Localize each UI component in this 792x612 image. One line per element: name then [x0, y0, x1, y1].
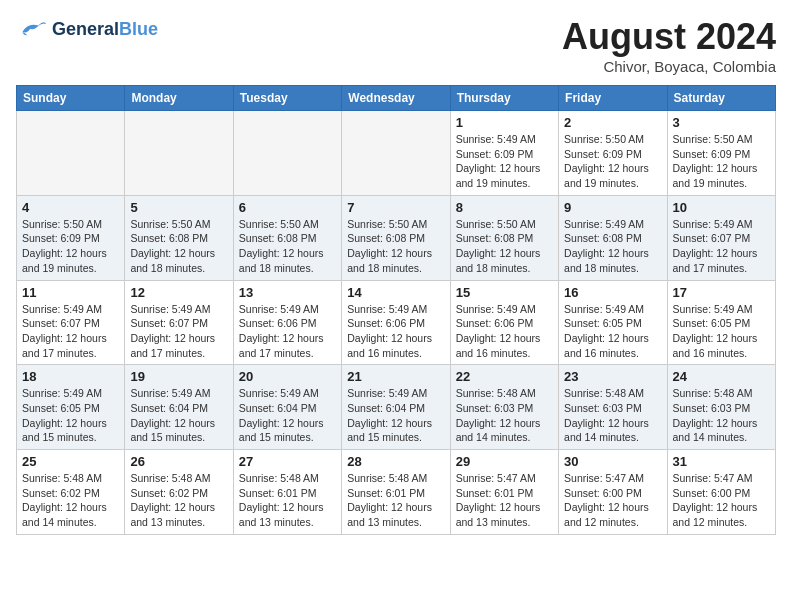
- day-number: 27: [239, 454, 336, 469]
- day-number: 30: [564, 454, 661, 469]
- day-number: 20: [239, 369, 336, 384]
- logo: GeneralBlue: [16, 16, 158, 44]
- calendar-cell: 29Sunrise: 5:47 AMSunset: 6:01 PMDayligh…: [450, 450, 558, 535]
- day-info: Sunrise: 5:49 AMSunset: 6:04 PMDaylight:…: [347, 386, 444, 445]
- day-info: Sunrise: 5:50 AMSunset: 6:08 PMDaylight:…: [347, 217, 444, 276]
- calendar-cell: 9Sunrise: 5:49 AMSunset: 6:08 PMDaylight…: [559, 195, 667, 280]
- day-info: Sunrise: 5:47 AMSunset: 6:00 PMDaylight:…: [564, 471, 661, 530]
- day-number: 28: [347, 454, 444, 469]
- calendar-cell: 8Sunrise: 5:50 AMSunset: 6:08 PMDaylight…: [450, 195, 558, 280]
- calendar-cell: 14Sunrise: 5:49 AMSunset: 6:06 PMDayligh…: [342, 280, 450, 365]
- calendar-cell: 5Sunrise: 5:50 AMSunset: 6:08 PMDaylight…: [125, 195, 233, 280]
- calendar-cell: 19Sunrise: 5:49 AMSunset: 6:04 PMDayligh…: [125, 365, 233, 450]
- weekday-header-monday: Monday: [125, 86, 233, 111]
- day-number: 4: [22, 200, 119, 215]
- day-info: Sunrise: 5:48 AMSunset: 6:01 PMDaylight:…: [347, 471, 444, 530]
- calendar-cell: 11Sunrise: 5:49 AMSunset: 6:07 PMDayligh…: [17, 280, 125, 365]
- calendar-week-row: 25Sunrise: 5:48 AMSunset: 6:02 PMDayligh…: [17, 450, 776, 535]
- calendar-cell: [342, 111, 450, 196]
- day-number: 14: [347, 285, 444, 300]
- calendar-cell: 24Sunrise: 5:48 AMSunset: 6:03 PMDayligh…: [667, 365, 775, 450]
- day-number: 21: [347, 369, 444, 384]
- day-info: Sunrise: 5:49 AMSunset: 6:05 PMDaylight:…: [22, 386, 119, 445]
- day-number: 7: [347, 200, 444, 215]
- day-info: Sunrise: 5:49 AMSunset: 6:06 PMDaylight:…: [456, 302, 553, 361]
- day-number: 31: [673, 454, 770, 469]
- day-info: Sunrise: 5:49 AMSunset: 6:05 PMDaylight:…: [564, 302, 661, 361]
- calendar-week-row: 11Sunrise: 5:49 AMSunset: 6:07 PMDayligh…: [17, 280, 776, 365]
- calendar-cell: 26Sunrise: 5:48 AMSunset: 6:02 PMDayligh…: [125, 450, 233, 535]
- day-info: Sunrise: 5:49 AMSunset: 6:07 PMDaylight:…: [130, 302, 227, 361]
- calendar-cell: 17Sunrise: 5:49 AMSunset: 6:05 PMDayligh…: [667, 280, 775, 365]
- calendar-cell: 15Sunrise: 5:49 AMSunset: 6:06 PMDayligh…: [450, 280, 558, 365]
- day-number: 1: [456, 115, 553, 130]
- calendar-cell: 21Sunrise: 5:49 AMSunset: 6:04 PMDayligh…: [342, 365, 450, 450]
- location: Chivor, Boyaca, Colombia: [562, 58, 776, 75]
- calendar-cell: 18Sunrise: 5:49 AMSunset: 6:05 PMDayligh…: [17, 365, 125, 450]
- calendar-cell: 20Sunrise: 5:49 AMSunset: 6:04 PMDayligh…: [233, 365, 341, 450]
- day-info: Sunrise: 5:47 AMSunset: 6:00 PMDaylight:…: [673, 471, 770, 530]
- day-number: 5: [130, 200, 227, 215]
- day-info: Sunrise: 5:49 AMSunset: 6:07 PMDaylight:…: [673, 217, 770, 276]
- logo-icon: [16, 16, 48, 44]
- day-number: 24: [673, 369, 770, 384]
- day-info: Sunrise: 5:49 AMSunset: 6:04 PMDaylight:…: [130, 386, 227, 445]
- calendar-cell: 12Sunrise: 5:49 AMSunset: 6:07 PMDayligh…: [125, 280, 233, 365]
- day-number: 3: [673, 115, 770, 130]
- day-number: 23: [564, 369, 661, 384]
- day-info: Sunrise: 5:48 AMSunset: 6:03 PMDaylight:…: [456, 386, 553, 445]
- day-number: 22: [456, 369, 553, 384]
- calendar-cell: 2Sunrise: 5:50 AMSunset: 6:09 PMDaylight…: [559, 111, 667, 196]
- day-info: Sunrise: 5:49 AMSunset: 6:07 PMDaylight:…: [22, 302, 119, 361]
- day-number: 6: [239, 200, 336, 215]
- calendar-cell: 25Sunrise: 5:48 AMSunset: 6:02 PMDayligh…: [17, 450, 125, 535]
- calendar-cell: 3Sunrise: 5:50 AMSunset: 6:09 PMDaylight…: [667, 111, 775, 196]
- calendar-cell: 1Sunrise: 5:49 AMSunset: 6:09 PMDaylight…: [450, 111, 558, 196]
- day-info: Sunrise: 5:49 AMSunset: 6:09 PMDaylight:…: [456, 132, 553, 191]
- day-number: 13: [239, 285, 336, 300]
- calendar-cell: [125, 111, 233, 196]
- title-block: August 2024 Chivor, Boyaca, Colombia: [562, 16, 776, 75]
- day-info: Sunrise: 5:50 AMSunset: 6:08 PMDaylight:…: [239, 217, 336, 276]
- calendar-cell: [17, 111, 125, 196]
- weekday-header-thursday: Thursday: [450, 86, 558, 111]
- day-number: 19: [130, 369, 227, 384]
- weekday-header-sunday: Sunday: [17, 86, 125, 111]
- calendar-week-row: 4Sunrise: 5:50 AMSunset: 6:09 PMDaylight…: [17, 195, 776, 280]
- day-info: Sunrise: 5:50 AMSunset: 6:08 PMDaylight:…: [456, 217, 553, 276]
- calendar-week-row: 1Sunrise: 5:49 AMSunset: 6:09 PMDaylight…: [17, 111, 776, 196]
- day-info: Sunrise: 5:49 AMSunset: 6:04 PMDaylight:…: [239, 386, 336, 445]
- weekday-header-wednesday: Wednesday: [342, 86, 450, 111]
- weekday-header-tuesday: Tuesday: [233, 86, 341, 111]
- day-number: 9: [564, 200, 661, 215]
- day-info: Sunrise: 5:49 AMSunset: 6:06 PMDaylight:…: [239, 302, 336, 361]
- weekday-header-friday: Friday: [559, 86, 667, 111]
- weekday-header-row: SundayMondayTuesdayWednesdayThursdayFrid…: [17, 86, 776, 111]
- calendar-cell: 28Sunrise: 5:48 AMSunset: 6:01 PMDayligh…: [342, 450, 450, 535]
- day-number: 12: [130, 285, 227, 300]
- day-info: Sunrise: 5:49 AMSunset: 6:06 PMDaylight:…: [347, 302, 444, 361]
- day-number: 2: [564, 115, 661, 130]
- day-number: 16: [564, 285, 661, 300]
- calendar-cell: 10Sunrise: 5:49 AMSunset: 6:07 PMDayligh…: [667, 195, 775, 280]
- day-number: 8: [456, 200, 553, 215]
- day-number: 26: [130, 454, 227, 469]
- day-number: 25: [22, 454, 119, 469]
- calendar-cell: 16Sunrise: 5:49 AMSunset: 6:05 PMDayligh…: [559, 280, 667, 365]
- day-info: Sunrise: 5:48 AMSunset: 6:01 PMDaylight:…: [239, 471, 336, 530]
- day-info: Sunrise: 5:48 AMSunset: 6:03 PMDaylight:…: [564, 386, 661, 445]
- day-info: Sunrise: 5:49 AMSunset: 6:08 PMDaylight:…: [564, 217, 661, 276]
- calendar-week-row: 18Sunrise: 5:49 AMSunset: 6:05 PMDayligh…: [17, 365, 776, 450]
- calendar-cell: 6Sunrise: 5:50 AMSunset: 6:08 PMDaylight…: [233, 195, 341, 280]
- day-number: 29: [456, 454, 553, 469]
- day-info: Sunrise: 5:48 AMSunset: 6:03 PMDaylight:…: [673, 386, 770, 445]
- day-info: Sunrise: 5:50 AMSunset: 6:09 PMDaylight:…: [22, 217, 119, 276]
- day-info: Sunrise: 5:50 AMSunset: 6:08 PMDaylight:…: [130, 217, 227, 276]
- day-info: Sunrise: 5:47 AMSunset: 6:01 PMDaylight:…: [456, 471, 553, 530]
- month-title: August 2024: [562, 16, 776, 58]
- calendar-table: SundayMondayTuesdayWednesdayThursdayFrid…: [16, 85, 776, 535]
- calendar-cell: 22Sunrise: 5:48 AMSunset: 6:03 PMDayligh…: [450, 365, 558, 450]
- day-number: 15: [456, 285, 553, 300]
- calendar-cell: [233, 111, 341, 196]
- calendar-cell: 7Sunrise: 5:50 AMSunset: 6:08 PMDaylight…: [342, 195, 450, 280]
